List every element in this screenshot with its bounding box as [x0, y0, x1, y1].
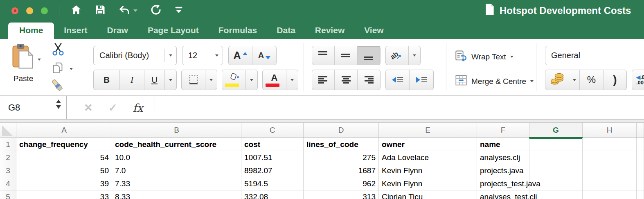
cell-C3[interactable]: 8982.07 — [241, 164, 304, 177]
undo-button[interactable] — [118, 5, 137, 17]
increase-indent-button[interactable] — [410, 70, 433, 90]
font-size-dropdown-arrow-icon[interactable] — [211, 49, 223, 62]
row-header-2[interactable]: 2 — [0, 151, 16, 164]
cancel-button[interactable]: ✕ — [84, 102, 93, 114]
align-right-button[interactable] — [358, 70, 380, 90]
merge-centre-button[interactable]: Merge & Centre — [455, 74, 534, 88]
column-header-D[interactable]: D — [304, 123, 379, 138]
tab-data[interactable]: Data — [267, 23, 305, 39]
bold-button[interactable]: B — [94, 70, 120, 90]
font-name-dropdown-arrow-icon[interactable] — [164, 49, 176, 62]
cell-F4[interactable]: projects_test.java — [477, 177, 529, 190]
column-header-C[interactable]: C — [241, 123, 304, 138]
increase-decimal-button[interactable]: ◀.0.00 — [632, 70, 644, 90]
row-header-4[interactable]: 4 — [0, 177, 16, 190]
cell-D3[interactable]: 1687 — [304, 164, 379, 177]
save-button[interactable] — [95, 4, 106, 17]
cell-H2[interactable] — [583, 151, 637, 164]
close-window-button[interactable] — [11, 7, 18, 14]
cell-F2[interactable]: analyses.clj — [477, 151, 529, 164]
fill-color-dropdown-button[interactable] — [246, 70, 257, 90]
bottom-align-button[interactable] — [358, 46, 380, 65]
paste-dropdown-arrow-icon[interactable] — [38, 59, 41, 61]
enter-button[interactable]: ✓ — [108, 102, 117, 114]
font-color-dropdown-button[interactable] — [286, 70, 298, 90]
cell-B1[interactable]: code_health_current_score — [112, 138, 241, 151]
customize-toolbar-button[interactable] — [174, 5, 184, 16]
cell-A4[interactable]: 39 — [16, 177, 112, 190]
top-align-button[interactable] — [312, 46, 335, 65]
cell-G4[interactable] — [529, 177, 583, 190]
cell-F5[interactable]: analyses_test.clj — [477, 190, 529, 199]
column-header-H[interactable]: H — [583, 123, 637, 138]
cell-D1[interactable]: lines_of_code — [304, 138, 379, 151]
comma-style-button[interactable]: ) — [603, 70, 626, 90]
shrink-font-button[interactable]: A — [252, 46, 276, 65]
cell-E3[interactable]: Kevin Flynn — [379, 164, 477, 177]
cell-A3[interactable]: 50 — [16, 164, 112, 177]
column-header-F[interactable]: F — [477, 123, 529, 138]
row-header-3[interactable]: 3 — [0, 164, 16, 177]
wrap-text-button[interactable]: Wrap Text — [455, 50, 513, 64]
cell-G2[interactable] — [529, 151, 583, 164]
cell-G5[interactable] — [529, 190, 583, 199]
percent-style-button[interactable]: % — [580, 70, 603, 90]
borders-dropdown-button[interactable] — [205, 70, 217, 90]
cell-E5[interactable]: Ciprian Ticu — [379, 190, 477, 199]
name-box-spinner[interactable] — [56, 100, 61, 109]
tab-draw[interactable]: Draw — [97, 23, 138, 39]
font-color-button[interactable]: A — [263, 70, 286, 90]
insert-function-button[interactable]: fx — [133, 102, 143, 114]
cell-C1[interactable]: cost — [241, 138, 304, 151]
decrease-indent-button[interactable] — [386, 70, 410, 90]
merge-centre-dropdown-arrow-icon[interactable] — [530, 80, 534, 82]
format-painter-button[interactable] — [51, 78, 65, 95]
column-header-G[interactable]: G — [529, 123, 583, 138]
cell-D2[interactable]: 275 — [304, 151, 379, 164]
cell-C5[interactable]: 332.08 — [241, 190, 304, 199]
cell-B5[interactable]: 8.33 — [112, 190, 241, 199]
cell-C2[interactable]: 1007.51 — [241, 151, 304, 164]
minimize-window-button[interactable] — [26, 7, 33, 14]
home-button[interactable] — [70, 4, 82, 17]
cell-H4[interactable] — [583, 177, 637, 190]
row-header-1[interactable]: 1 — [0, 138, 16, 151]
copy-dropdown-arrow-icon[interactable] — [70, 68, 73, 70]
cut-button[interactable] — [52, 42, 65, 58]
undo-dropdown-arrow-icon[interactable] — [133, 9, 137, 12]
italic-button[interactable]: I — [120, 70, 144, 90]
cell-E2[interactable]: Ada Lovelace — [379, 151, 477, 164]
cell-A2[interactable]: 54 — [16, 151, 112, 164]
column-header-E[interactable]: E — [379, 123, 477, 138]
formula-input[interactable] — [155, 96, 644, 119]
cell-F1[interactable]: name — [477, 138, 529, 151]
cell-F3[interactable]: projects.java — [477, 164, 529, 177]
align-center-button[interactable] — [335, 70, 357, 90]
font-name-combo[interactable]: Calibri (Body) — [93, 46, 177, 65]
borders-button[interactable] — [182, 70, 205, 90]
zoom-window-button[interactable] — [41, 7, 48, 14]
row-header-5[interactable]: 5 — [0, 190, 16, 199]
cell-B3[interactable]: 7.0 — [112, 164, 241, 177]
tab-insert[interactable]: Insert — [54, 23, 97, 39]
paste-button[interactable]: Paste — [7, 43, 39, 91]
fill-color-button[interactable] — [222, 70, 246, 90]
font-size-combo[interactable]: 12 — [182, 46, 223, 65]
tab-view[interactable]: View — [354, 23, 393, 39]
cell-D5[interactable]: 313 — [304, 190, 379, 199]
tab-page-layout[interactable]: Page Layout — [138, 23, 209, 39]
tab-formulas[interactable]: Formulas — [209, 23, 267, 39]
wrap-text-dropdown-arrow-icon[interactable] — [510, 56, 513, 58]
cell-H5[interactable] — [583, 190, 637, 199]
cell-B2[interactable]: 10.0 — [112, 151, 241, 164]
currency-dropdown-button[interactable] — [569, 70, 580, 90]
grow-font-button[interactable]: A — [229, 46, 252, 65]
cell-C4[interactable]: 5194.5 — [241, 177, 304, 190]
cell-D4[interactable]: 962 — [304, 177, 379, 190]
name-box[interactable]: G8 — [0, 96, 67, 119]
underline-button[interactable]: U — [144, 70, 165, 90]
cell-G1[interactable] — [529, 138, 583, 151]
number-format-combo[interactable]: General — [545, 46, 644, 65]
middle-align-button[interactable] — [335, 46, 357, 65]
orientation-button[interactable]: ab ↗ — [386, 46, 409, 65]
